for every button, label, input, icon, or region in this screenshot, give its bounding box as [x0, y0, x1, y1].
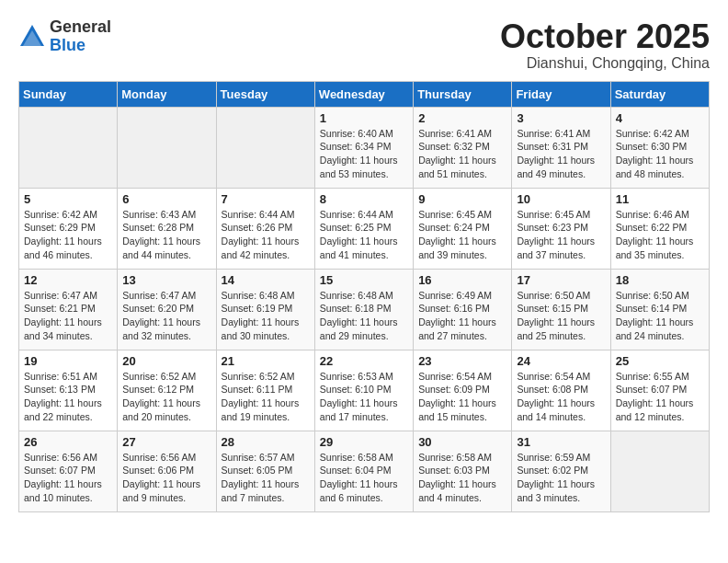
- calendar-header-row: SundayMondayTuesdayWednesdayThursdayFrid…: [19, 81, 710, 107]
- calendar-cell: 11Sunrise: 6:46 AM Sunset: 6:22 PM Dayli…: [610, 188, 709, 269]
- calendar-cell: 29Sunrise: 6:58 AM Sunset: 6:04 PM Dayli…: [314, 431, 413, 511]
- calendar-week-row: 5Sunrise: 6:42 AM Sunset: 6:29 PM Daylig…: [19, 188, 710, 269]
- day-info: Sunrise: 6:52 AM Sunset: 6:11 PM Dayligh…: [222, 370, 310, 424]
- day-info: Sunrise: 6:47 AM Sunset: 6:21 PM Dayligh…: [24, 289, 112, 343]
- day-number: 14: [222, 273, 310, 287]
- calendar-cell: 30Sunrise: 6:58 AM Sunset: 6:03 PM Dayli…: [414, 431, 512, 511]
- calendar-cell: 16Sunrise: 6:49 AM Sunset: 6:16 PM Dayli…: [414, 269, 512, 350]
- logo-icon: [18, 23, 46, 51]
- calendar-week-row: 12Sunrise: 6:47 AM Sunset: 6:21 PM Dayli…: [19, 269, 710, 350]
- day-number: 12: [24, 273, 112, 287]
- month-title: October 2025: [500, 18, 710, 55]
- logo-text: General Blue: [50, 18, 111, 55]
- calendar-cell: 1Sunrise: 6:40 AM Sunset: 6:34 PM Daylig…: [314, 107, 413, 188]
- day-number: 1: [320, 111, 408, 125]
- day-number: 13: [122, 273, 210, 287]
- calendar-week-row: 1Sunrise: 6:40 AM Sunset: 6:34 PM Daylig…: [19, 107, 710, 188]
- calendar-cell: 31Sunrise: 6:59 AM Sunset: 6:02 PM Dayli…: [512, 431, 610, 511]
- page-header: General Blue October 2025 Dianshui, Chon…: [18, 18, 710, 72]
- calendar-cell: [19, 107, 118, 188]
- calendar-cell: [216, 107, 314, 188]
- day-number: 5: [24, 192, 112, 206]
- calendar-cell: 3Sunrise: 6:41 AM Sunset: 6:31 PM Daylig…: [512, 107, 610, 188]
- calendar-cell: 21Sunrise: 6:52 AM Sunset: 6:11 PM Dayli…: [216, 350, 314, 431]
- calendar-cell: 2Sunrise: 6:41 AM Sunset: 6:32 PM Daylig…: [414, 107, 512, 188]
- calendar-week-row: 19Sunrise: 6:51 AM Sunset: 6:13 PM Dayli…: [19, 350, 710, 431]
- day-number: 24: [517, 354, 605, 368]
- day-number: 17: [517, 273, 605, 287]
- calendar-cell: 8Sunrise: 6:44 AM Sunset: 6:25 PM Daylig…: [314, 188, 413, 269]
- day-number: 28: [222, 435, 310, 449]
- day-number: 22: [320, 354, 408, 368]
- day-number: 29: [320, 435, 408, 449]
- day-info: Sunrise: 6:51 AM Sunset: 6:13 PM Dayligh…: [24, 370, 112, 424]
- day-info: Sunrise: 6:50 AM Sunset: 6:15 PM Dayligh…: [517, 289, 605, 343]
- logo-general: General: [50, 18, 111, 37]
- location: Dianshui, Chongqing, China: [500, 55, 710, 72]
- day-info: Sunrise: 6:58 AM Sunset: 6:03 PM Dayligh…: [418, 451, 506, 505]
- calendar-cell: 22Sunrise: 6:53 AM Sunset: 6:10 PM Dayli…: [314, 350, 413, 431]
- day-info: Sunrise: 6:49 AM Sunset: 6:16 PM Dayligh…: [418, 289, 506, 343]
- day-of-week-header: Thursday: [414, 81, 512, 107]
- calendar-cell: 27Sunrise: 6:56 AM Sunset: 6:06 PM Dayli…: [118, 431, 216, 511]
- day-info: Sunrise: 6:48 AM Sunset: 6:19 PM Dayligh…: [222, 289, 310, 343]
- day-info: Sunrise: 6:54 AM Sunset: 6:08 PM Dayligh…: [517, 370, 605, 424]
- calendar-cell: 25Sunrise: 6:55 AM Sunset: 6:07 PM Dayli…: [610, 350, 709, 431]
- logo-blue: Blue: [50, 37, 111, 55]
- day-info: Sunrise: 6:54 AM Sunset: 6:09 PM Dayligh…: [418, 370, 506, 424]
- day-number: 10: [517, 192, 605, 206]
- calendar-cell: 23Sunrise: 6:54 AM Sunset: 6:09 PM Dayli…: [414, 350, 512, 431]
- day-number: 26: [24, 435, 112, 449]
- day-number: 16: [418, 273, 506, 287]
- day-info: Sunrise: 6:56 AM Sunset: 6:07 PM Dayligh…: [24, 451, 112, 505]
- calendar-cell: 26Sunrise: 6:56 AM Sunset: 6:07 PM Dayli…: [19, 431, 118, 511]
- day-info: Sunrise: 6:42 AM Sunset: 6:29 PM Dayligh…: [24, 208, 112, 262]
- day-info: Sunrise: 6:48 AM Sunset: 6:18 PM Dayligh…: [320, 289, 408, 343]
- day-number: 6: [122, 192, 210, 206]
- day-number: 19: [24, 354, 112, 368]
- title-block: October 2025 Dianshui, Chongqing, China: [500, 18, 710, 72]
- day-number: 23: [418, 354, 506, 368]
- day-number: 25: [616, 354, 704, 368]
- day-number: 31: [517, 435, 605, 449]
- day-number: 15: [320, 273, 408, 287]
- day-number: 2: [418, 111, 506, 125]
- calendar-cell: 19Sunrise: 6:51 AM Sunset: 6:13 PM Dayli…: [19, 350, 118, 431]
- calendar-cell: 15Sunrise: 6:48 AM Sunset: 6:18 PM Dayli…: [314, 269, 413, 350]
- day-number: 4: [616, 111, 704, 125]
- day-number: 20: [122, 354, 210, 368]
- calendar-cell: 4Sunrise: 6:42 AM Sunset: 6:30 PM Daylig…: [610, 107, 709, 188]
- day-of-week-header: Friday: [512, 81, 610, 107]
- day-of-week-header: Saturday: [610, 81, 709, 107]
- day-info: Sunrise: 6:59 AM Sunset: 6:02 PM Dayligh…: [517, 451, 605, 505]
- calendar-cell: [610, 431, 709, 511]
- day-number: 11: [616, 192, 704, 206]
- day-info: Sunrise: 6:47 AM Sunset: 6:20 PM Dayligh…: [122, 289, 210, 343]
- day-info: Sunrise: 6:52 AM Sunset: 6:12 PM Dayligh…: [122, 370, 210, 424]
- day-info: Sunrise: 6:53 AM Sunset: 6:10 PM Dayligh…: [320, 370, 408, 424]
- day-info: Sunrise: 6:44 AM Sunset: 6:26 PM Dayligh…: [222, 208, 310, 262]
- calendar-cell: 20Sunrise: 6:52 AM Sunset: 6:12 PM Dayli…: [118, 350, 216, 431]
- day-number: 21: [222, 354, 310, 368]
- day-of-week-header: Wednesday: [314, 81, 413, 107]
- day-number: 30: [418, 435, 506, 449]
- calendar-week-row: 26Sunrise: 6:56 AM Sunset: 6:07 PM Dayli…: [19, 431, 710, 511]
- calendar-cell: 18Sunrise: 6:50 AM Sunset: 6:14 PM Dayli…: [610, 269, 709, 350]
- day-info: Sunrise: 6:57 AM Sunset: 6:05 PM Dayligh…: [222, 451, 310, 505]
- calendar-cell: 13Sunrise: 6:47 AM Sunset: 6:20 PM Dayli…: [118, 269, 216, 350]
- day-number: 9: [418, 192, 506, 206]
- calendar-cell: 24Sunrise: 6:54 AM Sunset: 6:08 PM Dayli…: [512, 350, 610, 431]
- day-info: Sunrise: 6:43 AM Sunset: 6:28 PM Dayligh…: [122, 208, 210, 262]
- day-number: 7: [222, 192, 310, 206]
- logo: General Blue: [18, 18, 111, 55]
- day-info: Sunrise: 6:41 AM Sunset: 6:31 PM Dayligh…: [517, 127, 605, 181]
- day-info: Sunrise: 6:58 AM Sunset: 6:04 PM Dayligh…: [320, 451, 408, 505]
- day-of-week-header: Tuesday: [216, 81, 314, 107]
- day-info: Sunrise: 6:56 AM Sunset: 6:06 PM Dayligh…: [122, 451, 210, 505]
- calendar-cell: 10Sunrise: 6:45 AM Sunset: 6:23 PM Dayli…: [512, 188, 610, 269]
- calendar-table: SundayMondayTuesdayWednesdayThursdayFrid…: [18, 81, 710, 512]
- day-number: 8: [320, 192, 408, 206]
- calendar-cell: [118, 107, 216, 188]
- day-info: Sunrise: 6:42 AM Sunset: 6:30 PM Dayligh…: [616, 127, 704, 181]
- calendar-cell: 5Sunrise: 6:42 AM Sunset: 6:29 PM Daylig…: [19, 188, 118, 269]
